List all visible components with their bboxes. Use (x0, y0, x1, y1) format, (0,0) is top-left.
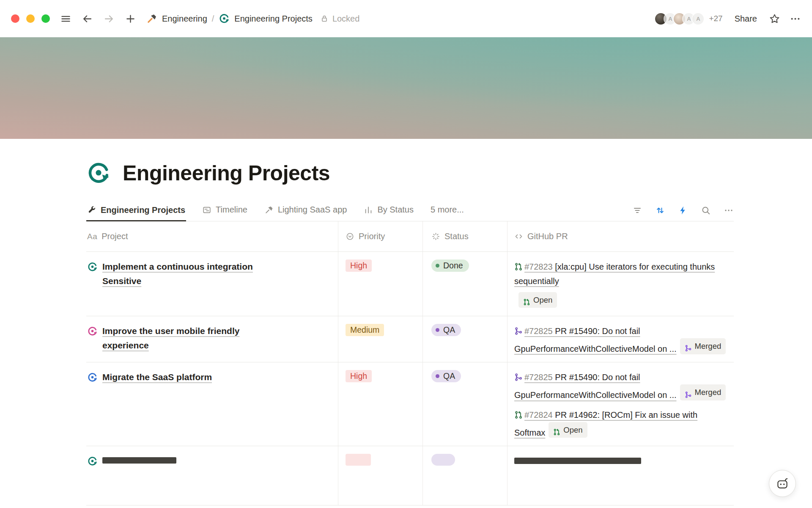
priority-cell: High (338, 252, 422, 316)
pr-number: #72823 (524, 262, 553, 271)
table-header: Aa Project Priority Status GitHub PR (86, 221, 734, 252)
code-icon (514, 232, 523, 241)
status-badge[interactable]: QA (431, 370, 461, 382)
column-label: Priority (359, 232, 385, 241)
avatar-stack[interactable]: A A A +27 (654, 12, 722, 25)
status-dot (436, 374, 439, 378)
pr-number: #72825 (524, 326, 553, 336)
new-page-icon[interactable] (125, 13, 136, 25)
avatar-overflow-count[interactable]: +27 (709, 14, 722, 23)
app-window: Engineering / Engineering Projects Locke… (0, 0, 812, 508)
project-title-link[interactable]: Migrate the SaaS platform (102, 370, 212, 384)
breadcrumb-page[interactable]: Engineering Projects (234, 14, 313, 24)
views-bar: Engineering Projects Timeline Lighting S… (86, 200, 734, 221)
status-badge[interactable]: Done (431, 260, 469, 272)
view-tab-lighting-saas-app[interactable]: Lighting SaaS app (263, 200, 348, 221)
view-more-options-icon[interactable] (724, 205, 734, 215)
table-row-partial[interactable] (86, 446, 734, 505)
status-dot (436, 264, 439, 268)
page-content: Engineering Projects Engineering Project… (86, 161, 734, 505)
breadcrumb: Engineering / Engineering Projects Locke… (146, 13, 359, 24)
column-label: Project (102, 232, 128, 241)
wrench-icon (87, 205, 96, 215)
table-row[interactable]: Improve the user mobile friendly experie… (86, 316, 734, 362)
sidebar-toggle-icon[interactable] (60, 13, 71, 25)
github-pr-cell: #72823 [xla:cpu] Use iterators for execu… (507, 252, 734, 316)
share-button[interactable]: Share (732, 12, 760, 25)
more-options-icon[interactable] (790, 13, 801, 25)
page-icon[interactable] (86, 161, 111, 185)
github-pr-mention[interactable]: #72823 [xla:cpu] Use iterators for execu… (514, 260, 730, 310)
back-icon[interactable] (82, 13, 93, 25)
locked-indicator[interactable]: Locked (320, 14, 360, 24)
view-tab-label: By Status (377, 205, 414, 215)
project-cell (86, 446, 338, 505)
automation-bolt-icon[interactable] (678, 205, 688, 215)
search-icon[interactable] (701, 205, 711, 215)
github-pr-cell: #72825 PR #15490: Do not fail GpuPerform… (507, 362, 734, 445)
view-tab-label: Engineering Projects (101, 205, 185, 215)
close-window-button[interactable] (11, 14, 19, 23)
pr-state-badge[interactable]: Open (518, 292, 557, 308)
zoom-window-button[interactable] (41, 14, 50, 23)
pr-state-badge[interactable]: Merged (680, 384, 726, 400)
table-row[interactable]: Migrate the SaaS platform High QA #72825… (86, 362, 734, 446)
page-title[interactable]: Engineering Projects (123, 161, 330, 185)
github-pr-mention[interactable]: #72825 PR #15490: Do not fail GpuPerform… (514, 324, 730, 356)
github-pr-mention[interactable]: #72824 PR #14962: [ROCm] Fix an issue wi… (514, 408, 730, 440)
board-icon (364, 205, 373, 215)
column-header-priority[interactable]: Priority (338, 221, 422, 251)
git-merge-icon (685, 389, 692, 396)
view-tab-engineering-projects[interactable]: Engineering Projects (86, 200, 186, 221)
status-cell (422, 446, 507, 505)
project-logo-icon (87, 262, 98, 272)
status-badge[interactable] (431, 454, 455, 466)
pr-state-badge[interactable]: Merged (680, 338, 726, 354)
page-cover-image (0, 37, 812, 139)
column-header-project[interactable]: Aa Project (86, 221, 338, 251)
priority-badge[interactable]: Medium (346, 324, 384, 336)
priority-badge[interactable]: High (346, 370, 372, 382)
spinner-icon (431, 232, 440, 241)
minimize-window-button[interactable] (26, 14, 35, 23)
table-row[interactable]: Implement a continuous integration Sensi… (86, 252, 734, 316)
clipped-text (514, 458, 641, 464)
view-tab-by-status[interactable]: By Status (363, 200, 414, 221)
pull-request-icon (523, 296, 530, 304)
pr-state-badge[interactable]: Open (549, 422, 587, 438)
project-title-link[interactable]: Implement a continuous integration Sensi… (102, 260, 274, 288)
avatar[interactable]: A (691, 12, 705, 25)
view-actions (632, 205, 734, 215)
forward-icon[interactable] (103, 13, 115, 25)
git-merge-icon (514, 371, 523, 380)
pull-request-icon (553, 426, 560, 433)
status-badge[interactable]: QA (431, 324, 461, 336)
priority-badge[interactable] (346, 454, 371, 466)
git-merge-icon (514, 325, 523, 334)
github-pr-mention[interactable]: #72825 PR #15490: Do not fail GpuPerform… (514, 370, 730, 402)
status-cell: QA (422, 316, 507, 362)
view-tab-label: 5 more... (431, 205, 464, 215)
pr-number: #72825 (524, 373, 553, 382)
notion-ai-button[interactable] (769, 470, 796, 497)
priority-cell: High (338, 362, 422, 445)
column-header-github-pr[interactable]: GitHub PR (507, 221, 734, 251)
project-logo-icon (87, 456, 98, 467)
priority-badge[interactable]: High (346, 260, 372, 272)
view-tab-more[interactable]: 5 more... (430, 200, 465, 221)
view-tab-timeline[interactable]: Timeline (201, 200, 248, 221)
status-dot (436, 328, 439, 332)
status-cell: Done (422, 252, 507, 316)
project-logo-icon (87, 326, 98, 337)
column-header-status[interactable]: Status (422, 221, 507, 251)
view-tab-label: Lighting SaaS app (278, 205, 347, 215)
status-cell: QA (422, 362, 507, 445)
git-merge-icon (685, 342, 692, 350)
page-logo-icon (219, 13, 230, 24)
filter-icon[interactable] (632, 205, 642, 215)
project-title-link[interactable]: Improve the user mobile friendly experie… (102, 324, 274, 353)
project-cell: Migrate the SaaS platform (86, 362, 338, 445)
favorite-star-icon[interactable] (769, 13, 780, 25)
breadcrumb-team[interactable]: Engineering (162, 14, 207, 24)
sort-icon[interactable] (655, 205, 665, 215)
